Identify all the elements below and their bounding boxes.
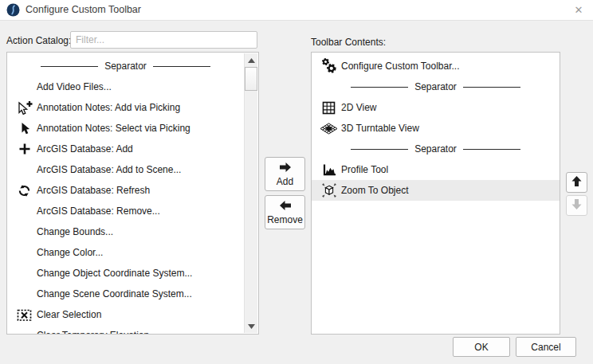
remove-button[interactable]: Remove: [265, 195, 305, 229]
action-catalog-item[interactable]: Annotation Notes: Select via Picking: [7, 118, 244, 139]
item-label: ArcGIS Database: Refresh: [37, 185, 150, 196]
action-catalog-item[interactable]: ArcGIS Database: Refresh: [7, 180, 244, 201]
toolbar-contents-item[interactable]: Profile Tool: [312, 159, 560, 180]
separator-line: [463, 149, 520, 150]
arrow-left-icon: [278, 200, 293, 213]
action-catalog-item[interactable]: Clear Selection: [7, 304, 244, 325]
filter-input[interactable]: [70, 31, 257, 49]
remove-button-label: Remove: [267, 214, 303, 225]
move-up-button[interactable]: [566, 172, 587, 193]
plus-icon: [12, 143, 37, 155]
item-label: ArcGIS Database: Remove...: [37, 205, 160, 217]
item-label: ArcGIS Database: Add: [37, 143, 133, 155]
action-catalog-item[interactable]: Change Color...: [7, 242, 244, 263]
item-label: Zoom To Object: [341, 185, 408, 196]
item-label: Clear Temporary Elevation...: [37, 330, 157, 335]
toolbar-contents-item[interactable]: 2D View: [312, 97, 560, 118]
toolbar-contents-item[interactable]: Configure Custom Toolbar...: [312, 56, 560, 76]
item-label: Change Scene Coordinate System...: [37, 288, 192, 299]
action-catalog-item[interactable]: Clear Temporary Elevation...: [7, 325, 244, 335]
action-catalog-item[interactable]: ArcGIS Database: Add to Scene...: [7, 159, 244, 180]
item-label: Configure Custom Toolbar...: [341, 61, 460, 72]
ok-button[interactable]: OK: [453, 337, 510, 357]
item-label: Clear Selection: [37, 309, 101, 320]
dialog-title: Configure Custom Toolbar: [26, 0, 141, 20]
scrollbar-thumb[interactable]: [245, 67, 257, 91]
separator-item[interactable]: Separator: [312, 76, 560, 97]
add-button-label: Add: [277, 176, 293, 187]
action-catalog-item[interactable]: ArcGIS Database: Remove...: [7, 201, 244, 221]
item-label: Annotation Notes: Select via Picking: [37, 123, 190, 134]
grid-2d-icon: [316, 101, 341, 115]
separator-label: Separator: [414, 81, 457, 92]
item-label: 3D Turntable View: [341, 123, 419, 134]
action-catalog-item[interactable]: Change Object Coordinate System...: [7, 263, 244, 284]
scroll-down-icon[interactable]: [245, 319, 257, 333]
action-catalog-item[interactable]: Change Scene Coordinate System...: [7, 284, 244, 304]
dialog-titlebar[interactable]: Configure Custom Toolbar ✕: [0, 0, 593, 21]
item-label: ArcGIS Database: Add to Scene...: [37, 164, 181, 175]
action-catalog-item[interactable]: Annotation Notes: Add via Picking: [7, 97, 244, 118]
action-catalog-item[interactable]: Change Bounds...: [7, 221, 244, 242]
separator-item[interactable]: Separator: [312, 139, 560, 159]
profile-chart-icon: [316, 163, 341, 177]
scroll-up-icon[interactable]: [245, 53, 257, 67]
item-label: Profile Tool: [341, 164, 388, 175]
move-down-button[interactable]: [566, 195, 587, 216]
cursor-add-icon: [12, 100, 37, 115]
separator-line: [153, 66, 210, 67]
separator-line: [41, 66, 98, 67]
action-catalog-list[interactable]: SeparatorAdd Video Files...Annotation No…: [6, 52, 259, 335]
toolbar-contents-label: Toolbar Contents:: [311, 37, 386, 48]
cancel-button[interactable]: Cancel: [516, 337, 576, 357]
clear-selection-icon: [12, 308, 37, 322]
item-label: Change Bounds...: [37, 226, 113, 237]
item-label: Annotation Notes: Add via Picking: [37, 102, 180, 113]
item-label: Change Object Coordinate System...: [37, 268, 192, 279]
separator-label: Separator: [414, 143, 457, 155]
action-catalog-item[interactable]: ArcGIS Database: Add: [7, 139, 244, 159]
separator-label: Separator: [104, 61, 147, 72]
scrollbar[interactable]: [244, 53, 257, 333]
item-label: Change Color...: [37, 247, 103, 258]
action-catalog-label: Action Catalog:: [6, 35, 71, 46]
separator-line: [463, 87, 520, 88]
gears-icon: [316, 57, 341, 75]
toolbar-contents-item[interactable]: Zoom To Object: [312, 180, 560, 201]
separator-item[interactable]: Separator: [7, 56, 244, 76]
separator-line: [351, 149, 408, 150]
zoom-object-icon: [316, 182, 341, 198]
add-button[interactable]: Add: [265, 157, 305, 191]
turntable-3d-icon: [316, 123, 341, 135]
toolbar-contents-list[interactable]: Configure Custom Toolbar...Separator2D V…: [311, 52, 560, 335]
separator-line: [351, 87, 408, 88]
arrow-right-icon: [278, 162, 293, 175]
item-label: Add Video Files...: [37, 81, 112, 92]
close-icon[interactable]: ✕: [568, 1, 589, 19]
toolbar-contents-item[interactable]: 3D Turntable View: [312, 118, 560, 139]
action-catalog-item[interactable]: Add Video Files...: [7, 76, 244, 97]
configure-custom-toolbar-dialog: { "window": { "title": "Configure Custom…: [0, 0, 593, 364]
refresh-icon: [12, 184, 37, 198]
app-logo-icon: [6, 3, 20, 17]
arrow-up-icon: [571, 175, 583, 190]
cursor-icon: [12, 122, 37, 135]
item-label: 2D View: [341, 102, 376, 113]
arrow-down-icon: [571, 198, 583, 213]
